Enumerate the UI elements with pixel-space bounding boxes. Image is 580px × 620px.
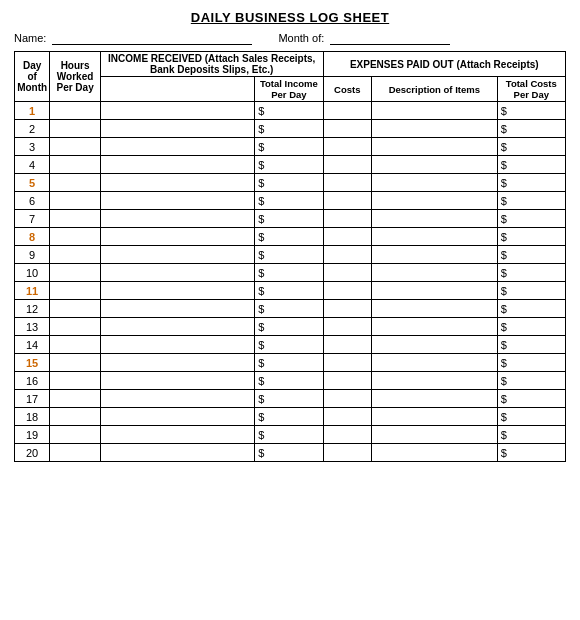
total-costs-cell[interactable]: $ <box>497 156 565 174</box>
costs-cell[interactable] <box>323 318 371 336</box>
hours-cell[interactable] <box>50 408 101 426</box>
income-cell[interactable] <box>100 408 254 426</box>
hours-cell[interactable] <box>50 426 101 444</box>
total-costs-cell[interactable]: $ <box>497 390 565 408</box>
costs-cell[interactable] <box>323 174 371 192</box>
income-cell[interactable] <box>100 444 254 462</box>
costs-cell[interactable] <box>323 210 371 228</box>
income-cell[interactable] <box>100 318 254 336</box>
total-costs-cell[interactable]: $ <box>497 318 565 336</box>
description-cell[interactable] <box>372 228 498 246</box>
income-cell[interactable] <box>100 120 254 138</box>
costs-cell[interactable] <box>323 426 371 444</box>
hours-cell[interactable] <box>50 192 101 210</box>
total-costs-cell[interactable]: $ <box>497 372 565 390</box>
income-cell[interactable] <box>100 246 254 264</box>
total-costs-cell[interactable]: $ <box>497 228 565 246</box>
hours-cell[interactable] <box>50 138 101 156</box>
costs-cell[interactable] <box>323 372 371 390</box>
hours-cell[interactable] <box>50 174 101 192</box>
hours-cell[interactable] <box>50 318 101 336</box>
total-income-cell[interactable]: $ <box>255 444 323 462</box>
hours-cell[interactable] <box>50 444 101 462</box>
income-cell[interactable] <box>100 282 254 300</box>
costs-cell[interactable] <box>323 264 371 282</box>
income-cell[interactable] <box>100 426 254 444</box>
total-income-cell[interactable]: $ <box>255 426 323 444</box>
total-income-cell[interactable]: $ <box>255 138 323 156</box>
costs-cell[interactable] <box>323 282 371 300</box>
total-income-cell[interactable]: $ <box>255 282 323 300</box>
income-cell[interactable] <box>100 228 254 246</box>
total-income-cell[interactable]: $ <box>255 318 323 336</box>
total-income-cell[interactable]: $ <box>255 102 323 120</box>
costs-cell[interactable] <box>323 444 371 462</box>
total-costs-cell[interactable]: $ <box>497 282 565 300</box>
total-income-cell[interactable]: $ <box>255 408 323 426</box>
costs-cell[interactable] <box>323 138 371 156</box>
income-cell[interactable] <box>100 264 254 282</box>
total-costs-cell[interactable]: $ <box>497 354 565 372</box>
costs-cell[interactable] <box>323 336 371 354</box>
hours-cell[interactable] <box>50 120 101 138</box>
total-income-cell[interactable]: $ <box>255 336 323 354</box>
total-income-cell[interactable]: $ <box>255 264 323 282</box>
hours-cell[interactable] <box>50 102 101 120</box>
income-cell[interactable] <box>100 372 254 390</box>
description-cell[interactable] <box>372 246 498 264</box>
costs-cell[interactable] <box>323 300 371 318</box>
hours-cell[interactable] <box>50 246 101 264</box>
total-costs-cell[interactable]: $ <box>497 336 565 354</box>
total-income-cell[interactable]: $ <box>255 120 323 138</box>
total-costs-cell[interactable]: $ <box>497 102 565 120</box>
total-income-cell[interactable]: $ <box>255 300 323 318</box>
income-cell[interactable] <box>100 390 254 408</box>
description-cell[interactable] <box>372 390 498 408</box>
total-costs-cell[interactable]: $ <box>497 120 565 138</box>
hours-cell[interactable] <box>50 300 101 318</box>
hours-cell[interactable] <box>50 336 101 354</box>
total-income-cell[interactable]: $ <box>255 192 323 210</box>
income-cell[interactable] <box>100 300 254 318</box>
total-income-cell[interactable]: $ <box>255 210 323 228</box>
income-cell[interactable] <box>100 138 254 156</box>
description-cell[interactable] <box>372 372 498 390</box>
description-cell[interactable] <box>372 300 498 318</box>
total-costs-cell[interactable]: $ <box>497 408 565 426</box>
income-cell[interactable] <box>100 210 254 228</box>
costs-cell[interactable] <box>323 390 371 408</box>
hours-cell[interactable] <box>50 372 101 390</box>
description-cell[interactable] <box>372 354 498 372</box>
total-income-cell[interactable]: $ <box>255 228 323 246</box>
total-income-cell[interactable]: $ <box>255 174 323 192</box>
description-cell[interactable] <box>372 336 498 354</box>
total-costs-cell[interactable]: $ <box>497 444 565 462</box>
description-cell[interactable] <box>372 426 498 444</box>
hours-cell[interactable] <box>50 228 101 246</box>
description-cell[interactable] <box>372 192 498 210</box>
total-costs-cell[interactable]: $ <box>497 174 565 192</box>
income-cell[interactable] <box>100 174 254 192</box>
income-cell[interactable] <box>100 336 254 354</box>
hours-cell[interactable] <box>50 210 101 228</box>
description-cell[interactable] <box>372 318 498 336</box>
description-cell[interactable] <box>372 210 498 228</box>
income-cell[interactable] <box>100 156 254 174</box>
costs-cell[interactable] <box>323 102 371 120</box>
description-cell[interactable] <box>372 138 498 156</box>
total-costs-cell[interactable]: $ <box>497 192 565 210</box>
description-cell[interactable] <box>372 174 498 192</box>
name-input-line[interactable] <box>52 31 252 45</box>
total-costs-cell[interactable]: $ <box>497 138 565 156</box>
income-cell[interactable] <box>100 192 254 210</box>
total-income-cell[interactable]: $ <box>255 372 323 390</box>
description-cell[interactable] <box>372 102 498 120</box>
costs-cell[interactable] <box>323 192 371 210</box>
total-costs-cell[interactable]: $ <box>497 210 565 228</box>
total-income-cell[interactable]: $ <box>255 354 323 372</box>
income-cell[interactable] <box>100 102 254 120</box>
total-costs-cell[interactable]: $ <box>497 264 565 282</box>
hours-cell[interactable] <box>50 390 101 408</box>
description-cell[interactable] <box>372 264 498 282</box>
description-cell[interactable] <box>372 156 498 174</box>
